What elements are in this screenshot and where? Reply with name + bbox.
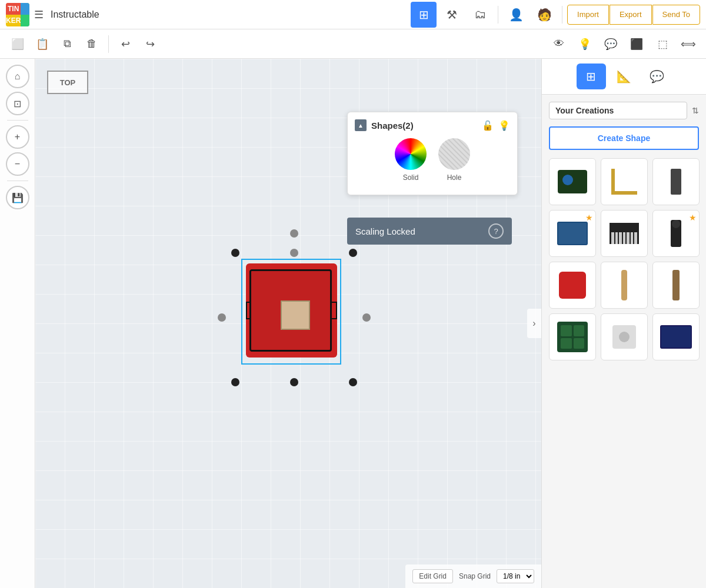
zoom-in-button[interactable]: +: [6, 125, 29, 149]
hole-label: Hole: [447, 173, 462, 182]
shape-container[interactable]: [235, 253, 353, 382]
duplicate-button[interactable]: ⧉: [55, 32, 79, 56]
bar-icon: [671, 169, 681, 195]
main-layout: ⌂ ⊡ + − 💾 TOP ▲ Shapes(2) 🔓 💡: [0, 59, 706, 588]
view-label: TOP: [47, 71, 88, 94]
shape-thumb-arduino[interactable]: ★: [549, 210, 596, 257]
solid-circle-icon: [395, 138, 427, 170]
arduino-board-icon: [557, 222, 588, 245]
shape-thumb-standoff[interactable]: [652, 262, 700, 309]
eye-icon[interactable]: 💡: [498, 120, 510, 131]
home-view-button[interactable]: ⌂: [6, 65, 29, 88]
avatar-button[interactable]: 🧑: [531, 2, 557, 28]
shape-thumb-stick[interactable]: [601, 262, 648, 309]
solid-option[interactable]: Solid: [395, 138, 427, 182]
grid-view-button[interactable]: ⊞: [411, 2, 437, 28]
mirror-button[interactable]: ⬚: [651, 32, 674, 56]
visibility-button[interactable]: 👁: [547, 32, 571, 56]
shape-thumb-module[interactable]: [652, 313, 700, 360]
note-button[interactable]: 💬: [599, 32, 622, 56]
new-button[interactable]: ⬜: [6, 32, 29, 56]
shape-thumb-pcb[interactable]: [549, 313, 596, 360]
scaling-locked-help-button[interactable]: ?: [488, 223, 504, 239]
bracket-icon: [611, 169, 637, 195]
handle-middle-left[interactable]: [218, 313, 226, 322]
star-badge: ★: [585, 213, 593, 222]
shape-thumb-pins[interactable]: [601, 210, 648, 257]
panel-title: Shapes(2): [371, 121, 477, 131]
hamburger-icon[interactable]: ☰: [34, 8, 44, 21]
fit-view-button[interactable]: ⊡: [6, 92, 29, 115]
lock-icon[interactable]: 🔓: [482, 120, 494, 131]
handle-top-middle[interactable]: [290, 249, 298, 257]
hole-circle-icon: [438, 138, 470, 170]
collapse-button[interactable]: ▲: [355, 119, 367, 131]
shapes-panel: ▲ Shapes(2) 🔓 💡 Solid Hole: [347, 112, 518, 195]
wooden-stick-icon: [621, 270, 627, 300]
category-select[interactable]: Your Creations Basic Shapes Electronics: [549, 102, 687, 119]
copy-button[interactable]: 📋: [31, 32, 54, 56]
shape-thumb-redbox[interactable]: [549, 262, 596, 309]
toolbar: ⬜ 📋 ⧉ 🗑 ↩ ↪ 👁 💡 💬 ⬛ ⬚ ⟺: [0, 29, 706, 59]
tab-grid[interactable]: ⊞: [577, 64, 606, 89]
logo-n: KER: [6, 15, 21, 26]
nav-divider-2: [562, 6, 562, 24]
create-shape-button[interactable]: Create Shape: [549, 126, 699, 150]
panel-expand-button[interactable]: ›: [527, 309, 541, 338]
handle-top-left[interactable]: [231, 249, 239, 257]
red-box-icon: [559, 272, 586, 299]
tools-button[interactable]: ⚒: [439, 2, 465, 28]
export-button[interactable]: Export: [610, 5, 652, 25]
handle-bottom-middle[interactable]: [290, 378, 298, 386]
toolbar-right: 👁 💡 💬 ⬛ ⬚ ⟺: [547, 32, 700, 56]
camera-module-icon: [558, 170, 587, 193]
shape-thumb-screw[interactable]: ★: [652, 210, 700, 257]
tactile-button-icon: [612, 325, 636, 349]
undo-button[interactable]: ↩: [114, 32, 137, 56]
snap-grid-label: Snap Grid: [459, 572, 491, 580]
red-shape: [246, 263, 337, 358]
align-button[interactable]: ⬛: [625, 32, 648, 56]
delete-button[interactable]: 🗑: [80, 32, 104, 56]
account-button[interactable]: 👤: [503, 2, 529, 28]
send-to-button[interactable]: Send To: [652, 5, 700, 25]
red-shape-center: [281, 300, 310, 330]
shape-thumb-tactile[interactable]: [601, 313, 648, 360]
app-logo: TIN KER: [6, 3, 29, 26]
handle-bottom-left[interactable]: [231, 378, 239, 386]
zoom-out-button[interactable]: −: [6, 152, 29, 176]
handle-top-right[interactable]: [349, 249, 357, 257]
right-panel-content: Your Creations Basic Shapes Electronics …: [542, 95, 706, 588]
hole-option[interactable]: Hole: [438, 138, 470, 182]
shape-thumb-camera[interactable]: [549, 158, 596, 205]
redo-button[interactable]: ↪: [138, 32, 162, 56]
handle-bottom-right[interactable]: [349, 378, 357, 386]
light-button[interactable]: 💡: [573, 32, 597, 56]
nav-divider: [498, 6, 498, 24]
scaling-locked-text: Scaling Locked: [355, 226, 482, 236]
tab-notes[interactable]: 💬: [642, 64, 672, 89]
nav-right-area: ⊞ ⚒ 🗂 👤 🧑 Import Export Send To: [411, 2, 700, 28]
shape-thumb-bracket[interactable]: [601, 158, 648, 205]
logo-i: [21, 3, 29, 15]
projects-button[interactable]: 🗂: [467, 2, 493, 28]
left-separator-2: [7, 181, 28, 181]
handle-middle-right[interactable]: [362, 313, 371, 322]
logo-t: TIN: [6, 3, 21, 15]
import-button[interactable]: Import: [567, 5, 609, 25]
handle-top-extension[interactable]: [290, 229, 298, 238]
toolbar-separator: [108, 35, 109, 53]
snap-grid-select[interactable]: 1/8 in 1/4 in 1/2 in 1 in: [497, 569, 534, 583]
tab-ruler[interactable]: 📐: [610, 64, 639, 89]
star-badge-2: ★: [689, 213, 697, 222]
shape-type-options: Solid Hole: [355, 138, 510, 182]
canvas-area[interactable]: TOP ▲ Shapes(2) 🔓 💡 Solid Hole: [35, 59, 541, 588]
standoff-icon: [672, 270, 680, 300]
flip-button[interactable]: ⟺: [677, 32, 700, 56]
chevron-down-icon: ⇅: [692, 106, 699, 115]
save-button[interactable]: 💾: [6, 186, 29, 209]
your-creations-row: Your Creations Basic Shapes Electronics …: [549, 102, 699, 119]
shape-thumb-bar[interactable]: [652, 158, 700, 205]
top-navigation: TIN KER ☰ Instructable ⊞ ⚒ 🗂 👤 🧑 Import …: [0, 0, 706, 29]
edit-grid-button[interactable]: Edit Grid: [412, 569, 453, 583]
